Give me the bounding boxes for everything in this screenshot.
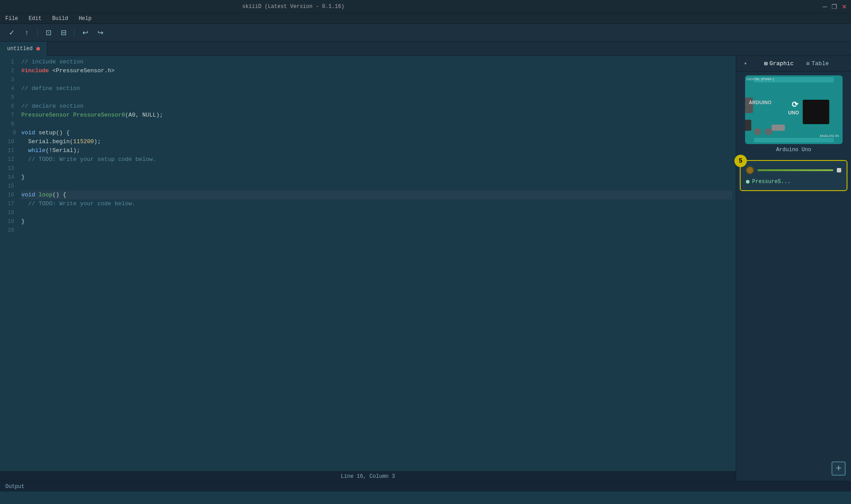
board-crystal (772, 125, 785, 131)
title-bar: skiiiD (Latest Version - 0.1.16) ─ ❐ ✕ (0, 0, 851, 13)
line-num-18: 18 (0, 208, 18, 217)
line-num-1: 1 (0, 58, 18, 66)
output-label: Output (5, 484, 24, 490)
code-line-5 (21, 93, 732, 102)
menu-edit[interactable]: Edit (27, 15, 43, 23)
board-arduino-text: ARDUINO (749, 100, 771, 105)
title-bar-title: skiiiD (Latest Version - 0.1.16) (242, 4, 344, 10)
line-num-4: 4 (0, 84, 18, 93)
serial-dropdown-arrow[interactable]: ▾ (744, 60, 747, 67)
board-power (745, 120, 751, 131)
view-toggle-bar: None ▾ ⊞ Graphic ≡ Table (736, 56, 851, 72)
code-kw-while: while (28, 146, 46, 155)
code-line-2: #include <PressureSensor.h> (21, 66, 732, 75)
line-num-6: 6 (0, 102, 18, 111)
redo-button[interactable]: ↪ (94, 27, 106, 39)
code-line-8 (21, 120, 732, 129)
code-content-19: } (21, 217, 25, 226)
menu-bar: File Edit Build Help (0, 13, 851, 24)
board-pin-header-bottom (754, 138, 834, 142)
line-num-16: 16 (0, 191, 18, 199)
code-line-14: } (21, 173, 732, 182)
add-component-button[interactable]: + (831, 461, 846, 476)
line-num-12: 12 (0, 155, 18, 164)
component-name: PressureS... (752, 179, 790, 185)
tab-bar: untitled (0, 42, 851, 56)
menu-help[interactable]: Help (77, 15, 94, 23)
line-numbers: 1 2 3 4 5 6 7 8 9 10 11 12 13 14 15 16 1… (0, 56, 18, 471)
code-lines[interactable]: // include section #include <PressureSen… (18, 56, 736, 471)
code-line-20 (21, 226, 732, 235)
table-label: Table (812, 60, 829, 67)
board-chip (803, 100, 829, 124)
menu-build[interactable]: Build (51, 15, 70, 23)
board-section: ⟳ UNO ARDUINO DIGITAL (PWM~) ANALOG IN A… (736, 72, 851, 158)
plus-icon: + (835, 463, 841, 474)
component-dot (746, 166, 754, 174)
code-line-4: // define section (21, 84, 732, 93)
code-line-19: } (21, 217, 732, 226)
open-button[interactable]: ⊟ (57, 27, 70, 39)
restore-button[interactable]: ❐ (831, 4, 838, 10)
table-icon: ≡ (806, 60, 810, 67)
code-kw-void-1: void (21, 129, 39, 137)
close-button[interactable]: ✕ (841, 4, 847, 10)
line-num-11: 11 (0, 146, 18, 155)
line-num-13: 13 (0, 164, 18, 173)
component-label: PressureS... (746, 179, 841, 185)
code-line-16: void loop() { (21, 191, 732, 199)
component-badge: 5 (734, 155, 747, 167)
line-num-8: 8 (0, 120, 18, 129)
line-num-2: 2 (0, 66, 18, 75)
status-bar: Line 16, Column 3 (0, 471, 736, 481)
code-line-6: // declare section (21, 102, 732, 111)
status-text: Line 16, Column 3 (341, 473, 395, 480)
code-area: 1 2 3 4 5 6 7 8 9 10 11 12 13 14 15 16 1… (0, 56, 736, 471)
code-content-4: // define section (21, 84, 80, 93)
code-line-17: // TODO: Write your code below. (21, 199, 732, 208)
window-controls: ─ ❐ ✕ (822, 4, 847, 10)
line-num-15: 15 (0, 182, 18, 191)
code-editor[interactable]: 1 2 3 4 5 6 7 8 9 10 11 12 13 14 15 16 1… (0, 56, 736, 481)
minimize-button[interactable]: ─ (822, 4, 828, 10)
line-num-5: 5 (0, 93, 18, 102)
graphic-view-btn[interactable]: ⊞ Graphic (761, 59, 796, 68)
graphic-label: Graphic (769, 60, 794, 67)
upload-button[interactable]: ↑ (20, 27, 33, 39)
code-line-11: while(!Serial); (21, 146, 732, 155)
code-content-11d: ); (73, 146, 80, 155)
main-content: 1 2 3 4 5 6 7 8 9 10 11 12 13 14 15 16 1… (0, 56, 851, 481)
code-content-6: // declare section (21, 102, 83, 111)
code-content-16b: loop (39, 191, 52, 199)
code-content-10c: ); (94, 137, 101, 146)
tab-modified-indicator (36, 47, 40, 51)
board-name: Arduino Uno (776, 147, 811, 153)
code-content-2a: #include (21, 66, 52, 75)
code-content-7a: PressureSensor (21, 111, 73, 120)
code-line-15 (21, 182, 732, 191)
toolbar-separator-2 (74, 28, 74, 37)
toolbar: ✓ ↑ ⊡ ⊟ ↩ ↪ (0, 24, 851, 42)
line-num-10: 10 (0, 137, 18, 146)
component-wire (757, 169, 833, 171)
tab-untitled[interactable]: untitled (0, 42, 47, 56)
table-view-btn[interactable]: ≡ Table (804, 59, 831, 68)
verify-button[interactable]: ✓ (5, 27, 18, 39)
code-content-2b: <PressureSensor.h> (52, 66, 114, 75)
new-button[interactable]: ⊡ (42, 27, 55, 39)
code-content-17: // TODO: Write your code below. (21, 199, 135, 208)
code-line-12: // TODO: Write your setup code below. (21, 155, 732, 164)
code-line-13 (21, 164, 732, 173)
code-content-16c: () { (52, 191, 66, 199)
board-uno-text: UNO (788, 110, 799, 115)
component-visual (746, 166, 841, 174)
code-line-9: void setup() { (21, 129, 732, 137)
line-num-17: 17 (0, 199, 18, 208)
code-content-10b: 115200 (73, 137, 94, 146)
code-content-11b: (! (46, 146, 53, 155)
menu-file[interactable]: File (4, 15, 20, 23)
line-num-14: 14 (0, 173, 18, 182)
code-content-12: // TODO: Write your setup code below. (21, 155, 156, 164)
code-content-11a (21, 146, 28, 155)
undo-button[interactable]: ↩ (79, 27, 91, 39)
